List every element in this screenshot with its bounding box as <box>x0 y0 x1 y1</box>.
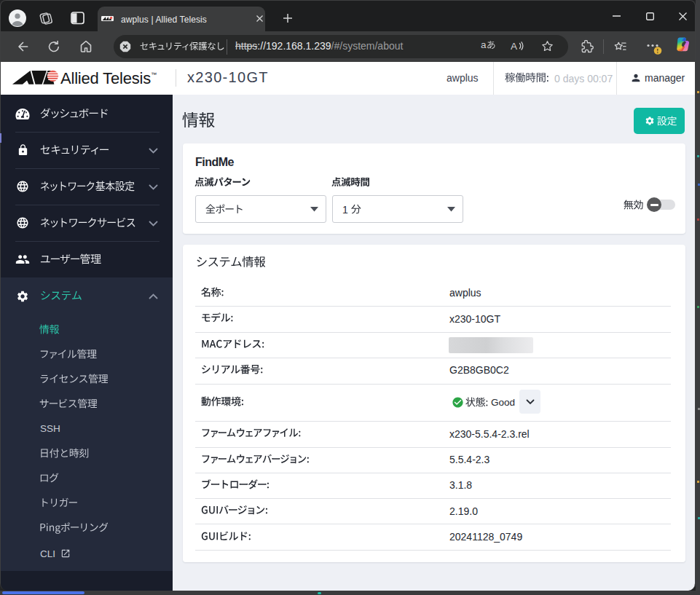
svg-text:!: ! <box>656 47 658 55</box>
svg-text:A: A <box>511 41 517 52</box>
